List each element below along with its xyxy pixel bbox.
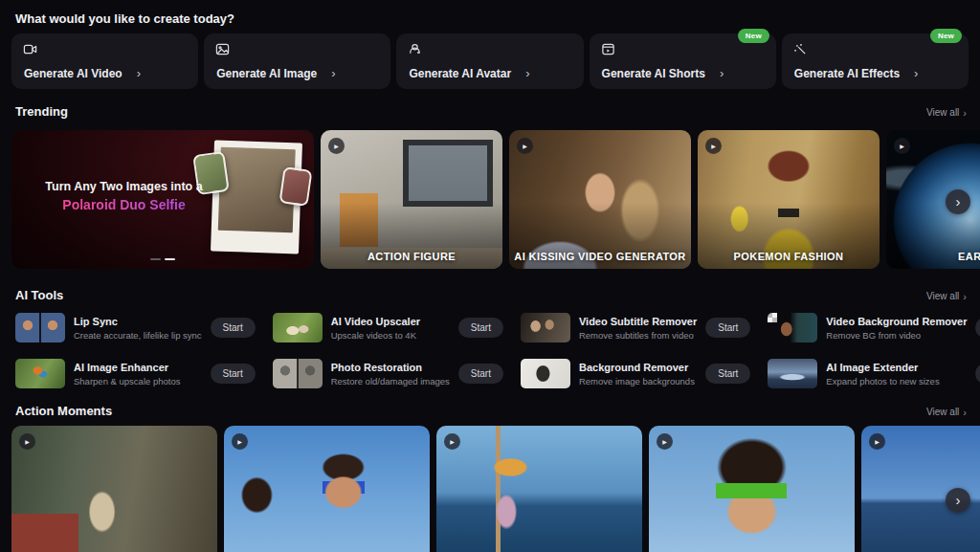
play-icon[interactable]: ▶: [328, 138, 345, 154]
tool-title: AI Image Enhancer: [74, 362, 202, 373]
generate-ai-image-label: Generate AI Image: [216, 67, 317, 80]
carousel-dot[interactable]: [150, 258, 161, 260]
tool-lip-sync[interactable]: Lip Sync Create accurate, lifelike lip s…: [15, 313, 256, 342]
trending-view-all-link[interactable]: View all ›: [926, 107, 967, 119]
tool-background-remover[interactable]: Background Remover Remove image backgrou…: [521, 359, 750, 388]
trending-card-title: AI KISSING VIDEO GENERATOR: [509, 251, 691, 262]
promo-line1: Turn Any Two Images into a: [31, 180, 217, 193]
trending-card-pokemon-fashion[interactable]: ▶ POKEMON FASHION: [698, 130, 880, 269]
tool-photo-restoration[interactable]: Photo Restoration Restore old/damaged im…: [273, 359, 503, 388]
play-icon[interactable]: ▶: [894, 138, 910, 154]
action-moments-view-all-link[interactable]: View all ›: [926, 407, 967, 418]
trending-section-header: Trending View all ›: [15, 104, 967, 119]
generate-ai-image-button[interactable]: Generate AI Image ›: [204, 33, 390, 89]
trending-card-title: EARTH: [886, 251, 980, 262]
tool-subtitle: Create accurate, lifelike lip sync: [74, 330, 202, 341]
generate-ai-video-button[interactable]: Generate AI Video ›: [11, 33, 198, 89]
tool-ai-image-extender[interactable]: AI Image Extender Expand photos to new s…: [768, 359, 980, 388]
tool-subtitle: Remove image backgrounds: [579, 376, 697, 386]
action-moment-card[interactable]: ▶: [11, 426, 217, 552]
generate-ai-effects-button[interactable]: New Generate AI Effects ›: [782, 33, 969, 89]
play-icon[interactable]: ▶: [705, 138, 722, 154]
tool-thumbnail: [15, 313, 65, 342]
avatar-icon: [408, 42, 571, 57]
play-icon[interactable]: ▶: [444, 433, 460, 450]
start-button[interactable]: Start: [975, 364, 980, 384]
trending-card-ai-kissing[interactable]: ▶ AI KISSING VIDEO GENERATOR: [509, 130, 691, 269]
play-icon[interactable]: ▶: [657, 433, 673, 450]
generate-ai-shorts-label: Generate AI Shorts: [602, 67, 705, 80]
new-badge: New: [738, 29, 769, 43]
start-button[interactable]: Start: [458, 318, 503, 338]
chevron-right-icon: ›: [963, 107, 967, 119]
ai-tools-view-all-link[interactable]: View all ›: [926, 291, 967, 302]
tool-ai-image-enhancer[interactable]: AI Image Enhancer Sharpen & upscale phot…: [15, 359, 256, 388]
trending-next-button[interactable]: ›: [946, 189, 970, 214]
tool-thumbnail: [273, 313, 323, 342]
tool-video-subtitle-remover[interactable]: Video Subtitle Remover Remove subtitles …: [521, 313, 750, 342]
tool-thumbnail: [15, 359, 65, 388]
chevron-right-icon: ›: [720, 69, 724, 78]
start-button[interactable]: Start: [458, 364, 503, 384]
trending-card-action-figure[interactable]: ▶ ACTION FIGURE: [321, 130, 502, 269]
action-moment-card[interactable]: ▶: [436, 426, 642, 552]
tool-thumbnail: [521, 313, 570, 342]
tool-ai-video-upscaler[interactable]: AI Video Upscaler Upscale videos to 4K S…: [273, 313, 503, 342]
card-shade: [698, 130, 880, 269]
ai-tools-grid: Lip Sync Create accurate, lifelike lip s…: [15, 313, 961, 388]
card-shade: [321, 130, 502, 269]
generate-ai-avatar-button[interactable]: Generate AI Avatar ›: [396, 33, 583, 89]
start-button[interactable]: Start: [705, 318, 750, 338]
new-badge: New: [930, 29, 962, 43]
promo-card-polaroid-duo-selfie[interactable]: Turn Any Two Images into a Polaroid Duo …: [11, 130, 314, 269]
tool-title: Lip Sync: [74, 316, 202, 327]
tool-title: AI Image Extender: [826, 362, 967, 373]
chevron-right-icon: ›: [963, 291, 967, 302]
trending-title: Trending: [15, 104, 68, 119]
tool-subtitle: Upscale videos to 4K: [331, 330, 450, 341]
action-moment-card[interactable]: ▶: [224, 426, 430, 552]
tool-subtitle: Sharpen & upscale photos: [74, 376, 202, 386]
tool-video-background-remover[interactable]: Video Background Remover Remove BG from …: [768, 313, 980, 342]
promo-line2: Polaroid Duo Selfie: [31, 197, 217, 212]
magic-wand-icon: [793, 42, 957, 57]
chevron-right-icon: ›: [331, 69, 335, 78]
play-icon[interactable]: ▶: [517, 138, 533, 154]
tool-subtitle: Expand photos to new sizes: [826, 376, 967, 386]
play-icon[interactable]: ▶: [869, 433, 885, 450]
trending-carousel: Turn Any Two Images into a Polaroid Duo …: [0, 130, 980, 269]
chevron-right-icon: ›: [963, 407, 967, 418]
start-button[interactable]: Start: [211, 364, 256, 384]
image-icon: [215, 42, 379, 57]
action-moment-card[interactable]: ▶: [649, 426, 855, 552]
play-icon[interactable]: ▶: [19, 433, 35, 450]
start-button[interactable]: Start: [705, 364, 750, 384]
generate-ai-shorts-button[interactable]: New Generate AI Shorts ›: [590, 33, 776, 89]
tool-title: AI Video Upscaler: [331, 316, 450, 327]
carousel-indicator[interactable]: [11, 258, 314, 260]
generate-ai-effects-label: Generate AI Effects: [794, 67, 900, 80]
trending-card-title: POKEMON FASHION: [698, 251, 880, 262]
trending-card-title: ACTION FIGURE: [321, 251, 502, 262]
generate-ai-video-label: Generate AI Video: [24, 67, 122, 80]
create-actions-row: Generate AI Video › Generate AI Image › …: [11, 33, 969, 89]
start-button[interactable]: Start: [211, 318, 256, 338]
chevron-right-icon: ›: [137, 69, 141, 78]
chevron-right-icon: ›: [525, 69, 529, 78]
carousel-dot-active[interactable]: [165, 258, 175, 260]
tool-subtitle: Remove BG from video: [826, 330, 967, 341]
tool-thumbnail: [768, 313, 817, 342]
ai-tools-section-header: AI Tools View all ›: [15, 288, 967, 302]
tool-thumbnail: [273, 359, 323, 388]
play-icon[interactable]: ▶: [232, 433, 248, 450]
chevron-right-icon: ›: [956, 492, 961, 508]
chevron-right-icon: ›: [956, 193, 961, 210]
tool-thumbnail: [768, 359, 817, 388]
start-button[interactable]: Start: [975, 318, 980, 338]
action-moments-next-button[interactable]: ›: [946, 488, 970, 513]
ai-tools-title: AI Tools: [15, 288, 63, 302]
action-moments-section-header: Action Moments View all ›: [15, 404, 967, 418]
chevron-right-icon: ›: [914, 69, 918, 78]
tool-title: Video Subtitle Remover: [579, 316, 697, 327]
generate-ai-avatar-label: Generate AI Avatar: [409, 67, 511, 80]
